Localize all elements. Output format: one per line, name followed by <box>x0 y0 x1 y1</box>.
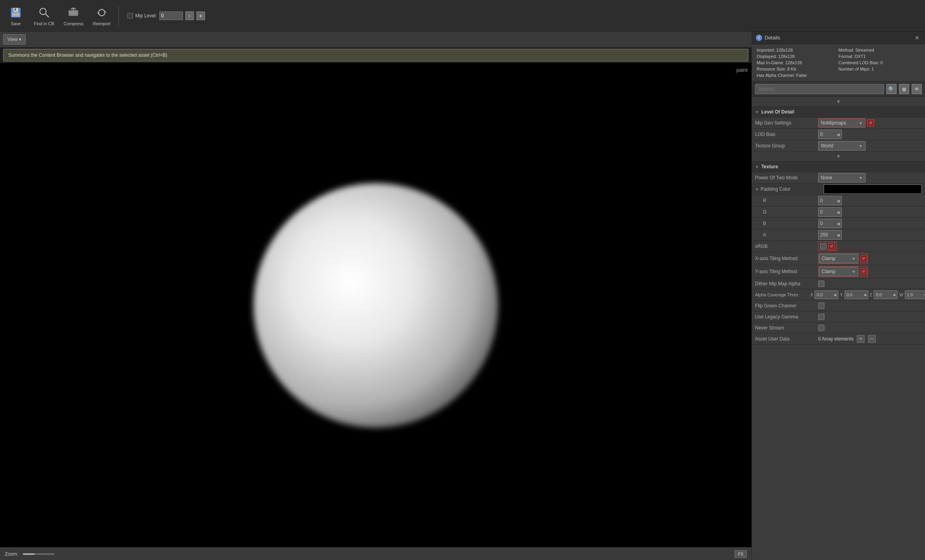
filter-row: ▼ <box>752 97 925 106</box>
mip-plus-button[interactable]: + <box>196 11 205 20</box>
srgb-label: sRGB <box>755 244 818 249</box>
main-area: View ▾ Summons the Content Browser and n… <box>0 32 925 560</box>
grid-view-button[interactable]: ▦ <box>899 84 909 94</box>
mip-level-area: Mip Level: - + <box>127 11 205 20</box>
alpha-w-input[interactable]: 1.0 ◀ <box>905 290 925 299</box>
zoom-label: Zoom: <box>5 551 18 557</box>
padding-b-input[interactable]: 0 ◀ <box>818 219 842 228</box>
padding-r-input[interactable]: 0 ◀ <box>818 196 842 205</box>
texture-group-value: World ▼ <box>818 141 922 151</box>
padding-a-input[interactable]: 255 ◀ <box>818 230 842 240</box>
mip-gen-settings-dropdown[interactable]: NoMipmaps ▼ <box>818 118 865 128</box>
alpha-y-arrow-icon: ◀ <box>863 293 866 297</box>
format-info: Format: DXT1 <box>839 54 921 59</box>
compress-button[interactable]: Compress <box>60 2 86 30</box>
padding-a-value: 255 ◀ <box>818 230 922 240</box>
texture-section-header[interactable]: ▼ Texture <box>752 161 925 172</box>
mip-gen-settings-dropdown-value: NoMipmaps <box>821 120 846 126</box>
texture-preview <box>254 183 498 428</box>
fit-button[interactable]: Fit <box>735 550 747 558</box>
eye-view-button[interactable]: 👁 <box>912 84 922 94</box>
asset-user-more-button[interactable]: ⋯ <box>868 335 876 343</box>
asset-user-data-label: Asset User Data <box>755 336 818 342</box>
y-axis-tiling-dropdown-value: Clamp <box>822 269 835 274</box>
asset-user-data-value: 0 Array elements + ⋯ <box>818 335 922 343</box>
displayed-info: Displayed: 128x128 <box>757 54 839 59</box>
alpha-z-input[interactable]: 0.0 ◀ <box>874 290 897 299</box>
mip-gen-settings-label: Mip Gen Settings <box>755 120 818 126</box>
asset-user-add-button[interactable]: + <box>857 335 865 343</box>
svg-rect-3 <box>15 8 16 11</box>
padding-g-input[interactable]: 0 ◀ <box>818 207 842 217</box>
mip-level-input[interactable] <box>159 11 183 20</box>
never-stream-checkbox[interactable] <box>818 325 824 331</box>
reimport-button[interactable]: Reimport <box>90 2 114 30</box>
padding-a-arrow-icon: ◀ <box>837 233 840 237</box>
view-toolbar: View ▾ <box>0 32 752 47</box>
mip-gen-settings-value: NoMipmaps ▼ ↺ <box>818 118 922 128</box>
padding-color-swatch[interactable] <box>824 184 922 194</box>
padding-r-number: 0 <box>820 198 823 203</box>
texture-section-title: Texture <box>761 164 778 169</box>
alpha-z-arrow-icon: ◀ <box>893 293 895 297</box>
svg-line-5 <box>45 14 48 17</box>
x-axis-tiling-value: Clamp ▼ ↺ <box>818 253 922 264</box>
mip-level-label: Mip Level: <box>135 13 157 19</box>
find-in-cb-button[interactable]: Find in CB <box>31 2 57 30</box>
alpha-y-input[interactable]: 0.0 ◀ <box>845 290 868 299</box>
lod-bias-value: 0 ◀ <box>818 130 922 139</box>
save-button[interactable]: Save <box>4 2 28 30</box>
lod-bias-input[interactable]: 0 ◀ <box>818 130 842 139</box>
alpha-y-label: Y <box>840 292 843 297</box>
alpha-coverage-row: Alpha Coverage Thres X 0.0 ◀ Y 0.0 ◀ <box>752 289 925 300</box>
alpha-x-input[interactable]: 0.0 ◀ <box>815 290 838 299</box>
x-axis-tiling-row: X-axis Tiling Method Clamp ▼ ↺ <box>752 252 925 265</box>
details-info-icon: i <box>756 35 762 41</box>
power-of-two-dropdown[interactable]: None ▼ <box>818 173 865 182</box>
padding-b-value: 0 ◀ <box>818 219 922 228</box>
mip-gen-settings-row: Mip Gen Settings NoMipmaps ▼ ↺ <box>752 117 925 129</box>
dither-mip-row: Dither Mip Map Alpha <box>752 278 925 289</box>
details-content[interactable]: ▼ Level Of Detail Mip Gen Settings NoMip… <box>752 106 925 560</box>
dither-mip-checkbox[interactable] <box>818 281 824 287</box>
view-button[interactable]: View ▾ <box>3 34 26 45</box>
details-close-button[interactable]: ✕ <box>913 34 921 42</box>
eye-icon: 👁 <box>914 86 919 92</box>
svg-marker-8 <box>105 11 106 13</box>
y-axis-arrow-icon: ▼ <box>852 270 856 274</box>
flip-green-label: Flip Green Channel <box>755 303 818 309</box>
filter-icon: ▼ <box>836 99 841 104</box>
srgb-value: ↺ <box>818 242 922 251</box>
mip-gen-reset-button[interactable]: ↺ <box>867 119 874 127</box>
use-legacy-gamma-checkbox[interactable] <box>818 314 824 320</box>
texture-group-dropdown[interactable]: World ▼ <box>818 141 865 151</box>
y-axis-tiling-dropdown[interactable]: Clamp ▼ <box>819 267 858 276</box>
search-input[interactable] <box>755 84 884 94</box>
mip-checkbox[interactable] <box>127 13 133 19</box>
search-icon-button[interactable]: 🔍 <box>886 84 897 94</box>
x-axis-tiling-dropdown[interactable]: Clamp ▼ <box>819 254 858 263</box>
details-title-area: i Details <box>756 35 780 41</box>
padding-b-arrow-icon: ◀ <box>837 221 840 226</box>
mip-gen-reset-icon: ↺ <box>869 121 872 125</box>
mip-minus-button[interactable]: - <box>185 11 194 20</box>
asset-user-data-row: Asset User Data 0 Array elements + ⋯ <box>752 333 925 344</box>
alpha-z-value: 0.0 <box>876 292 882 297</box>
y-axis-reset-button[interactable]: ↺ <box>860 268 867 275</box>
padding-g-label: G <box>755 209 818 215</box>
padding-r-value: 0 ◀ <box>818 196 922 205</box>
x-axis-highlight-box: Clamp ▼ ↺ <box>818 253 868 264</box>
reimport-label: Reimport <box>93 21 110 26</box>
srgb-checkbox[interactable] <box>820 243 826 249</box>
svg-rect-6 <box>69 10 78 16</box>
padding-r-arrow-icon: ◀ <box>837 199 840 203</box>
flip-green-checkbox[interactable] <box>818 303 824 309</box>
lod-section-header[interactable]: ▼ Level Of Detail <box>752 106 925 117</box>
srgb-reset-button[interactable]: ↺ <box>828 243 835 250</box>
x-axis-reset-button[interactable]: ↺ <box>860 255 867 262</box>
zoom-slider[interactable] <box>23 553 54 555</box>
alpha-coverage-value: X 0.0 ◀ Y 0.0 ◀ Z 0.0 ◀ <box>810 290 925 299</box>
padding-b-label: B <box>755 221 818 226</box>
alpha-coverage-label: Alpha Coverage Thres <box>755 292 810 297</box>
alpha-x-value: 0.0 <box>817 292 822 297</box>
